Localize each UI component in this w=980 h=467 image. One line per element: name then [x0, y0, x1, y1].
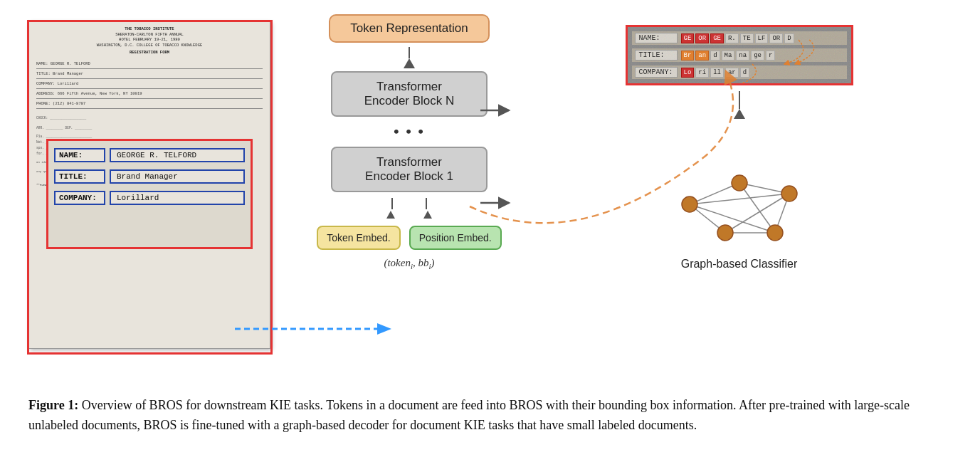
doc-filler-2: ARR. _________ DEP. _________ — [36, 125, 263, 131]
zoom-company-label: COMPANY: — [54, 191, 105, 205]
arrow-stem-top — [409, 47, 410, 58]
right-area: NAME: GE OR GE R. TE LF OR D TITLE: — [520, 14, 959, 268]
arrow-stem-left — [391, 198, 393, 209]
transformer-n-box: Transformer Encoder Block N — [331, 71, 488, 117]
arrow-stem-right — [426, 198, 427, 209]
field-phone: PHONE: (212) 841-8787 — [36, 100, 263, 109]
attn-name-tokens: GE OR GE R. TE LF OR D — [681, 33, 794, 43]
bb-sub-i: i — [428, 262, 431, 271]
attn-company-row: COMPANY: Lo ri ll ar d — [632, 65, 847, 79]
svg-point-12 — [682, 196, 697, 212]
token-embed-box: Token Embed. — [317, 226, 401, 250]
zoom-company-value: Lorillard — [110, 191, 245, 205]
transformer-1-box: Transformer Encoder Block 1 — [331, 147, 488, 192]
attn-token-te: TE — [740, 33, 754, 43]
document-area: THE TOBACCO INSTITUTE SHERATON-CARLTON F… — [21, 14, 299, 377]
arrow-head-left — [386, 211, 395, 219]
attn-token-d3: d — [740, 68, 749, 78]
doc-fields: NAME: GEORGE R. TELFORD TITLE: Brand Man… — [29, 58, 270, 112]
attn-token-ri: ri — [695, 68, 709, 78]
attn-company-tokens: Lo ri ll ar d — [681, 68, 750, 78]
doc-zoom-box: NAME: GEORGE R. TELFORD TITLE: Brand Man… — [46, 139, 253, 249]
attn-token-ge2: GE — [710, 33, 724, 43]
arrow-head-top — [404, 58, 415, 68]
attention-box: NAME: GE OR GE R. TE LF OR D TITLE: — [626, 25, 853, 85]
graph-label: Graph-based Classifier — [640, 258, 839, 271]
token-i: token — [387, 257, 410, 268]
svg-point-14 — [781, 186, 797, 201]
connector-top — [404, 47, 415, 68]
attn-token-lf: LF — [755, 33, 769, 43]
attn-token-r: R. — [725, 33, 739, 43]
figure-num: Figure 1: — [28, 398, 78, 412]
header-line2: SHERATON-CARLTON FIFTH ANNUAL — [35, 32, 264, 38]
embed-arrow-stems — [391, 198, 427, 209]
attn-token-ll: ll — [710, 68, 724, 78]
attn-title-label: TITLE: — [635, 50, 678, 61]
attn-company-label: COMPANY: — [635, 67, 678, 78]
attn-token-ge: GE — [681, 33, 695, 43]
transformer-1-line2: Encoder Block 1 — [347, 169, 472, 184]
field-title: TITLE: Brand Manager — [36, 70, 263, 79]
attn-token-lo: Lo — [681, 68, 695, 78]
zoom-name-value: GEORGE R. TELFORD — [110, 148, 245, 162]
attn-title-row: TITLE: Br an d Ma na ge r — [632, 48, 847, 62]
attn-name-row: NAME: GE OR GE R. TE LF OR D — [632, 31, 847, 45]
doc-filler-1: CHECK: ___________________ — [36, 115, 263, 121]
doc-header: THE TOBACCO INSTITUTE SHERATON-CARLTON F… — [29, 22, 270, 58]
bb-i: bb — [418, 257, 428, 268]
token-sub-i: i — [411, 262, 413, 271]
attn-token-or: OR — [695, 33, 709, 43]
attn-token-d: D — [784, 33, 794, 43]
svg-point-13 — [732, 175, 747, 191]
header-line1: THE TOBACCO INSTITUTE — [35, 26, 264, 32]
graph-area: Graph-based Classifier — [640, 162, 839, 268]
svg-marker-1 — [377, 323, 391, 335]
attn-token-ar: ar — [725, 68, 739, 78]
attn-token-br: Br — [681, 51, 695, 61]
svg-point-15 — [717, 225, 733, 241]
header-line5: REGISTRATION FORM — [35, 50, 264, 56]
zoom-title-label: TITLE: — [54, 169, 105, 184]
transformer-n-line2: Encoder Block N — [347, 94, 472, 108]
header-line4: WASHINGTON, D.C. COLLEGE OF TOBACCO KNOW… — [35, 43, 264, 48]
caption-text: Overview of BROS for downstream KIE task… — [28, 398, 910, 432]
graph-svg — [647, 162, 832, 254]
transformer-1-line1: Transformer — [347, 155, 472, 169]
field-address: ADDRESS: 666 Fifth Avenue, New York, NY … — [36, 90, 263, 99]
attn-name-label: NAME: — [635, 33, 678, 43]
diagram-area: THE TOBACCO INSTITUTE SHERATON-CARLTON F… — [21, 14, 959, 392]
field-company: COMPANY: Lorillard — [36, 80, 263, 89]
main-container: THE TOBACCO INSTITUTE SHERATON-CARLTON F… — [0, 0, 980, 467]
zoom-fields: NAME: GEORGE R. TELFORD TITLE: Brand Man… — [48, 141, 251, 219]
attn-token-d2: d — [710, 51, 720, 61]
attn-title-tokens: Br an d Ma na ge r — [681, 51, 776, 61]
embed-row: Token Embed. Position Embed. — [317, 226, 501, 250]
svg-point-16 — [767, 225, 783, 241]
header-line3: HOTEL FEBRUARY 19-21, 1980 — [35, 37, 264, 43]
embed-arrow-heads — [386, 211, 432, 219]
zoom-company-row: COMPANY: Lorillard — [54, 191, 245, 205]
zoom-name-row: NAME: GEORGE R. TELFORD — [54, 148, 245, 162]
svg-line-8 — [739, 183, 775, 233]
arrow-head-right — [423, 211, 432, 219]
blue-dashed-arrow — [235, 315, 391, 343]
zoom-name-label: NAME: — [54, 148, 105, 162]
attn-token-r2: r — [766, 51, 775, 61]
caption-area: Figure 1: Overview of BROS for downstrea… — [21, 392, 959, 436]
graph-to-attn-connector — [734, 91, 745, 119]
attn-token-na: na — [736, 51, 749, 61]
dots-area: • • • — [394, 122, 425, 141]
graph-arrow-head — [734, 109, 745, 119]
graph-arrow-stem — [739, 91, 740, 109]
attn-token-an: an — [695, 51, 709, 61]
field-name: NAME: GEORGE R. TELFORD — [36, 61, 263, 69]
zoom-title-value: Brand Manager — [110, 169, 245, 184]
pipeline-area: Token Representation Transformer Encoder… — [299, 14, 520, 271]
attn-token-ma: Ma — [722, 51, 735, 61]
token-input-label: (tokeni, bbi) — [384, 257, 434, 271]
transformer-n-line1: Transformer — [347, 80, 472, 94]
attn-token-or2: OR — [769, 33, 783, 43]
token-repr-box: Token Representation — [329, 14, 489, 43]
zoom-title-row: TITLE: Brand Manager — [54, 169, 245, 184]
